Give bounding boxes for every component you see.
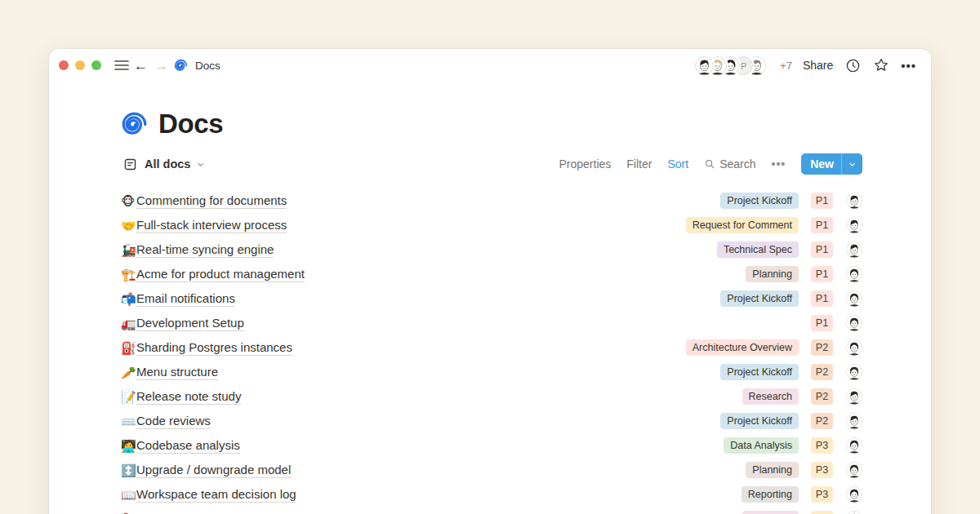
maximize-window-button[interactable]: [91, 60, 101, 70]
doc-owner-avatar[interactable]: [846, 290, 862, 307]
doc-owner-avatar[interactable]: [846, 486, 862, 503]
doc-owner-avatar[interactable]: [846, 339, 862, 356]
new-doc-dropdown-icon[interactable]: [842, 160, 862, 169]
doc-tag-badge[interactable]: Project Kickoff: [720, 364, 799, 380]
avatar-man[interactable]: [695, 56, 714, 75]
doc-row[interactable]: 🚂 Real-time syncing engine Technical Spe…: [121, 237, 862, 262]
doc-priority-badge[interactable]: P1: [811, 266, 833, 282]
doc-priority-badge[interactable]: P1: [811, 315, 833, 331]
doc-tag-badge[interactable]: Reporting: [742, 486, 799, 503]
doc-emoji-icon: ↕️: [121, 464, 136, 476]
collaborator-avatars[interactable]: P: [695, 56, 766, 75]
doc-row[interactable]: 📝 Release note study Research P2: [121, 384, 862, 409]
doc-priority-badge[interactable]: P2: [811, 388, 833, 405]
doc-priority-badge[interactable]: P1: [811, 241, 833, 258]
doc-title-link[interactable]: Real-time syncing engine: [136, 242, 274, 258]
window-titlebar: ← → Docs P +7 Share •••: [49, 49, 931, 82]
page-content: Docs All docs Properties Filter Sort Sea…: [49, 109, 931, 514]
doc-priority-badge[interactable]: P1: [811, 193, 833, 209]
doc-title-link[interactable]: Acme for product management: [136, 267, 305, 282]
new-doc-button[interactable]: New: [801, 153, 862, 175]
doc-title-link[interactable]: Sharding Postgres instances: [136, 340, 292, 356]
doc-owner-avatar[interactable]: [846, 462, 862, 478]
doc-priority-badge[interactable]: P2: [811, 339, 833, 356]
history-clock-icon[interactable]: [844, 56, 862, 74]
doc-owner-avatar[interactable]: [846, 217, 862, 233]
doc-tag-badge[interactable]: Project Kickoff: [720, 290, 799, 307]
doc-owner-avatar[interactable]: [846, 266, 862, 282]
doc-title-link[interactable]: Codebase analysis: [136, 438, 240, 454]
doc-tag-badge[interactable]: Planning: [746, 266, 799, 282]
doc-priority-badge[interactable]: P3: [811, 511, 833, 514]
doc-owner-avatar[interactable]: [846, 364, 862, 380]
doc-owner-avatar[interactable]: [846, 511, 862, 514]
doc-row[interactable]: 🦜 Performance feedback Research P3: [121, 507, 862, 514]
share-button[interactable]: Share: [803, 59, 833, 72]
doc-emoji-icon: 📖: [121, 489, 136, 501]
doc-owner-avatar[interactable]: [846, 388, 862, 405]
window-controls[interactable]: [59, 60, 101, 70]
doc-row[interactable]: ⌨️ Code reviews Project Kickoff P2: [121, 409, 862, 433]
minimize-window-button[interactable]: [75, 60, 85, 70]
doc-title-link[interactable]: Development Setup: [136, 316, 244, 331]
toolbar-more-icon[interactable]: •••: [771, 157, 786, 171]
doc-title-link[interactable]: Email notifications: [136, 291, 235, 307]
doc-tag-badge[interactable]: Research: [742, 388, 800, 405]
doc-row[interactable]: 🤝 Full-stack interview process Request f…: [121, 213, 862, 237]
sort-button[interactable]: Sort: [667, 157, 688, 171]
forward-arrow-icon[interactable]: →: [154, 59, 168, 73]
doc-priority-badge[interactable]: P3: [811, 437, 833, 454]
close-window-button[interactable]: [59, 60, 69, 70]
doc-tag-badge[interactable]: Architecture Overview: [686, 339, 799, 356]
more-options-icon[interactable]: •••: [901, 59, 916, 73]
doc-title-link[interactable]: Commenting for documents: [136, 193, 287, 209]
doc-priority-badge[interactable]: P2: [811, 413, 833, 429]
doc-row-meta: Request for Comment P1: [686, 217, 862, 233]
doc-owner-avatar[interactable]: [846, 413, 862, 429]
doc-priority-badge[interactable]: P2: [811, 364, 833, 380]
doc-title-link[interactable]: Menu structure: [136, 365, 218, 380]
favorite-star-icon[interactable]: [872, 56, 890, 74]
doc-owner-avatar[interactable]: [846, 437, 862, 454]
doc-row[interactable]: 🚛 Development Setup P1: [121, 311, 862, 335]
hamburger-menu-icon[interactable]: [113, 56, 131, 74]
doc-title-link[interactable]: Performance feedback: [136, 512, 260, 514]
doc-tag-badge[interactable]: Technical Spec: [717, 241, 799, 258]
doc-tag-badge[interactable]: Data Analysis: [724, 437, 799, 454]
properties-button[interactable]: Properties: [559, 157, 612, 171]
doc-tag-badge[interactable]: Request for Comment: [686, 217, 799, 233]
doc-row[interactable]: ↕️ Upgrade / downgrade model Planning P3: [121, 458, 862, 482]
doc-row[interactable]: 🐵 Commenting for documents Project Kicko…: [121, 188, 862, 213]
doc-tag-badge[interactable]: Project Kickoff: [720, 193, 799, 209]
doc-row[interactable]: 📖 Workspace team decision log Reporting …: [121, 482, 862, 507]
doc-title-link[interactable]: Code reviews: [136, 414, 211, 429]
doc-emoji-icon: 🧑‍💻: [121, 440, 136, 452]
avatar-overflow-count[interactable]: +7: [780, 60, 792, 72]
doc-title-link[interactable]: Release note study: [136, 389, 241, 405]
doc-priority-badge[interactable]: P1: [811, 290, 833, 307]
doc-emoji-icon: 🤝: [121, 219, 136, 232]
doc-row[interactable]: ⛽ Sharding Postgres instances Architectu…: [121, 335, 862, 360]
doc-owner-avatar[interactable]: [846, 193, 862, 209]
doc-tag-badge[interactable]: Planning: [746, 462, 799, 478]
doc-tag-badge[interactable]: Project Kickoff: [720, 413, 799, 429]
doc-row[interactable]: 🧑‍💻 Codebase analysis Data Analysis P3: [121, 433, 862, 458]
filter-button[interactable]: Filter: [626, 157, 652, 171]
doc-priority-badge[interactable]: P3: [811, 486, 833, 503]
search-button[interactable]: Search: [704, 157, 755, 171]
doc-row[interactable]: 🏗️ Acme for product management Planning …: [121, 262, 862, 286]
doc-row[interactable]: 📬 Email notifications Project Kickoff P1: [121, 286, 862, 311]
doc-priority-badge[interactable]: P1: [811, 217, 833, 233]
doc-title-link[interactable]: Workspace team decision log: [136, 487, 296, 503]
doc-tag-badge[interactable]: Research: [742, 511, 800, 514]
doc-owner-avatar[interactable]: [846, 241, 862, 258]
doc-owner-avatar[interactable]: [846, 315, 862, 331]
doc-title-link[interactable]: Upgrade / downgrade model: [136, 463, 291, 478]
back-arrow-icon[interactable]: ←: [134, 59, 148, 73]
doc-row-meta: Architecture Overview P2: [686, 339, 862, 356]
page-header: Docs: [121, 109, 862, 140]
view-selector[interactable]: All docs: [121, 155, 205, 173]
doc-title-link[interactable]: Full-stack interview process: [136, 218, 287, 233]
doc-priority-badge[interactable]: P3: [811, 462, 833, 478]
doc-row[interactable]: 🥕 Menu structure Project Kickoff P2: [121, 360, 862, 384]
